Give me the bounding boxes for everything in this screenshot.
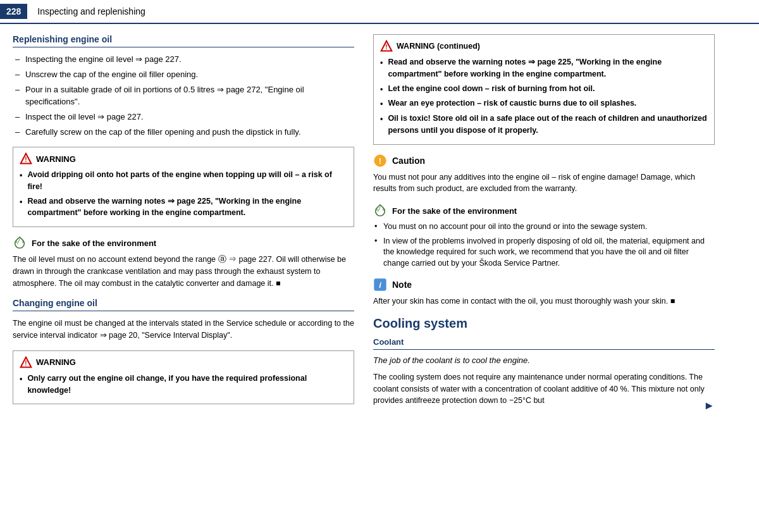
warning-bullet-2: Read and observe the warning notes ⇒ pag…: [20, 195, 347, 220]
warning-header-1: ! WARNING: [20, 152, 347, 165]
env-bullet-1: You must on no account pour oil into the…: [373, 221, 715, 233]
env-bullets-right: You must on no account pour oil into the…: [373, 221, 715, 269]
cooling-system-section: Cooling system Coolant The job of the co…: [373, 316, 715, 407]
note-text: After your skin has come in contact with…: [373, 295, 715, 307]
caution-title: Caution: [392, 156, 425, 166]
svg-text:i: i: [379, 280, 381, 290]
continue-arrow-icon: ►: [703, 397, 715, 414]
warning-cont-bullet-3: Wear an eye protection – risk of caustic…: [380, 97, 708, 110]
cooling-main-heading: Cooling system: [373, 316, 715, 331]
step-5: Carefully screw on the cap of the filler…: [13, 127, 354, 138]
content-columns: Replenishing engine oil Inspecting the e…: [0, 24, 759, 426]
warning-cont-bullet-4: Oil is toxic! Store old oil in a safe pl…: [380, 113, 708, 137]
warning-triangle-icon-2: !: [20, 356, 32, 369]
env-heading-right: For the sake of the environment: [373, 204, 715, 218]
changing-text: The engine oil must be changed at the in…: [13, 318, 354, 342]
page-container: 228 Inspecting and replenishing Replenis…: [0, 0, 759, 532]
warning-box-1: ! WARNING Avoid dripping oil onto hot pa…: [13, 147, 354, 227]
warning-triangle-icon-continued: !: [380, 40, 393, 53]
svg-text:!: !: [25, 360, 27, 367]
environment-icon-left: [13, 236, 27, 250]
warning-triangle-icon-1: !: [20, 152, 32, 165]
changing-section: Changing engine oil The engine oil must …: [13, 298, 354, 342]
warning-content-1: Avoid dripping oil onto hot parts of the…: [20, 169, 347, 219]
right-column: ! WARNING (continued) Read and observe t…: [373, 34, 715, 416]
warning-continued-title: WARNING (continued): [397, 42, 480, 51]
svg-text:!: !: [379, 156, 381, 165]
warning-continued-box: ! WARNING (continued) Read and observe t…: [373, 34, 715, 145]
caution-heading: ! Caution: [373, 154, 715, 168]
svg-point-11: [383, 208, 385, 211]
caution-section: ! Caution You must not pour any additive…: [373, 154, 715, 195]
warning-continued-content: Read and observe the warning notes ⇒ pag…: [380, 56, 708, 137]
svg-text:!: !: [385, 44, 387, 51]
warning-header-2: ! WARNING: [20, 356, 347, 369]
warning-box-2: ! WARNING Only carry out the engine oil …: [13, 350, 354, 405]
coolant-heading: Coolant: [373, 337, 715, 350]
env-heading-text-right: For the sake of the environment: [392, 206, 517, 216]
replenishing-section: Replenishing engine oil Inspecting the e…: [13, 34, 354, 138]
environment-icon-right: [373, 204, 387, 218]
note-title: Note: [392, 280, 412, 290]
svg-point-3: [22, 240, 25, 243]
env-text-left: The oil level must on no account extend …: [13, 254, 354, 289]
note-heading: i Note: [373, 278, 715, 292]
note-section: i Note After your skin has come in conta…: [373, 278, 715, 307]
page-number: 228: [0, 4, 27, 19]
note-info-icon: i: [373, 278, 387, 292]
coolant-body-text: The cooling system does not require any …: [373, 371, 715, 407]
page-header: 228 Inspecting and replenishing: [0, 0, 759, 24]
step-4: Inspect the oil level ⇒ page 227.: [13, 111, 354, 123]
warning-title-1: WARNING: [36, 154, 76, 164]
changing-heading: Changing engine oil: [13, 298, 354, 311]
warning-cont-bullet-2: Let the engine cool down – risk of burni…: [380, 83, 708, 96]
warning-title-2: WARNING: [36, 357, 76, 367]
env-heading-left: For the sake of the environment: [13, 236, 354, 250]
caution-text: You must not pour any additives into the…: [373, 171, 715, 195]
warning-continued-header: ! WARNING (continued): [380, 40, 708, 53]
step-1: Inspecting the engine oil level ⇒ page 2…: [13, 54, 354, 65]
warning-content-2: Only carry out the engine oil change, if…: [20, 373, 347, 397]
environment-note-left: For the sake of the environment The oil …: [13, 236, 354, 289]
warning-bullet-1: Avoid dripping oil onto hot parts of the…: [20, 169, 347, 193]
caution-icon: !: [373, 154, 387, 168]
left-column: Replenishing engine oil Inspecting the e…: [13, 34, 354, 416]
warning-cont-bullet-1: Read and observe the warning notes ⇒ pag…: [380, 56, 708, 80]
page-title: Inspecting and replenishing: [37, 6, 145, 16]
replenishing-steps: Inspecting the engine oil level ⇒ page 2…: [13, 54, 354, 138]
environment-note-right: For the sake of the environment You must…: [373, 204, 715, 269]
warning-bullet-2-1: Only carry out the engine oil change, if…: [20, 373, 347, 397]
env-bullet-2: In view of the problems involved in prop…: [373, 236, 715, 269]
step-3: Pour in a suitable grade of oil in porti…: [13, 84, 354, 107]
svg-text:!: !: [25, 156, 27, 163]
coolant-italic: The job of the coolant is to cool the en…: [373, 355, 715, 366]
env-heading-text-left: For the sake of the environment: [32, 238, 156, 248]
svg-point-10: [376, 208, 378, 211]
step-2: Unscrew the cap of the engine oil filler…: [13, 69, 354, 80]
replenishing-heading: Replenishing engine oil: [13, 34, 354, 47]
svg-point-2: [15, 240, 18, 243]
